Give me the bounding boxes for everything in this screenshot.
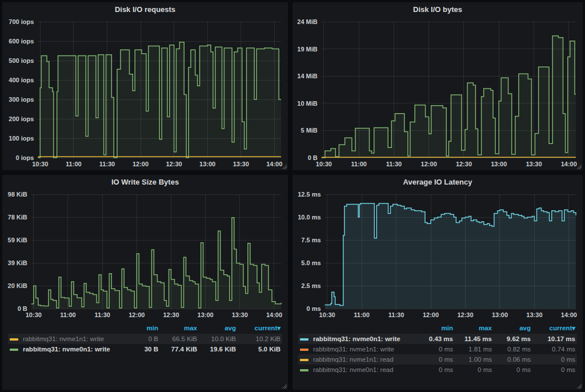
legend-value: 0.06 ms [494,354,532,365]
disk-io-bytes-chart[interactable]: 0 B5 MiB10 MiB14 MiB19 MiB24 MiB10:3011:… [292,17,583,170]
svg-text:11:00: 11:00 [351,161,367,167]
svg-text:10:30: 10:30 [26,311,42,318]
svg-text:13:00: 13:00 [198,311,214,318]
svg-text:13:00: 13:00 [491,161,507,167]
legend-value: 0 ms [416,354,455,365]
svg-text:59 KiB: 59 KiB [8,237,27,243]
legend-value: 66.5 KiB [160,334,199,344]
legend-row: rabbitmq31: nvme1n1: read0 ms1.00 ms0.06… [298,354,577,365]
legend-table: minmaxavgcurrent▾rabbitmq31: nvme1n1: wr… [8,322,282,354]
series-label[interactable]: rabbitmq31: nvme1n1: read [313,356,394,363]
legend-value: 11.45 ms [455,334,494,344]
series-label[interactable]: rabbitmq31: nvme1n1: write [23,335,104,342]
series-label[interactable]: rabbitmq31: nvme0n1: read [313,366,394,373]
svg-text:11:00: 11:00 [60,311,76,318]
svg-text:12:30: 12:30 [456,161,472,167]
panel-disk-io-requests: Disk I/O requests 0 iops100 iops200 iops… [2,2,288,170]
legend-row: rabbitmq31: nvme0n1: write30 B77.4 KiB19… [8,344,282,354]
average-io-latency-svg: 0 ms2.5 ms5.0 ms7.5 ms10.0 ms12.5 ms10:3… [292,190,583,321]
panel-disk-io-bytes: Disk I/O bytes 0 B5 MiB10 MiB14 MiB19 Mi… [292,2,583,170]
legend-header-max[interactable]: max [160,322,199,334]
svg-text:5 MiB: 5 MiB [300,127,317,134]
legend-header-max[interactable]: max [455,322,494,334]
svg-text:700 iops: 700 iops [9,18,34,25]
legend-value: 10.2 KiB [238,334,282,344]
legend-header-current[interactable]: current▾ [532,322,577,334]
svg-text:14:00: 14:00 [266,311,282,318]
panel-title-disk-io-bytes[interactable]: Disk I/O bytes [292,2,583,17]
average-io-latency-legend: minmaxavgcurrent▾rabbitmq31: nvme0n1: wr… [292,321,583,390]
disk-io-requests-svg: 0 iops100 iops200 iops300 iops400 iops50… [2,17,288,170]
svg-text:12:30: 12:30 [457,311,473,318]
legend-value: 9.62 ms [494,334,532,344]
legend-value: 77.4 KiB [160,344,199,354]
svg-text:20 KiB: 20 KiB [8,282,27,289]
legend-row: rabbitmq31: nvme1n1: write0 B66.5 KiB10.… [8,334,282,344]
disk-io-requests-chart[interactable]: 0 iops100 iops200 iops300 iops400 iops50… [2,17,288,170]
legend-header-series [8,322,121,334]
svg-text:14:00: 14:00 [266,161,282,167]
series-label[interactable]: rabbitmq31: nvme0n1: write [313,335,400,342]
series-color-icon[interactable] [300,349,308,351]
svg-text:12:00: 12:00 [133,161,149,167]
series-color-icon[interactable] [300,369,308,371]
legend-value: 0 ms [416,344,455,354]
legend-header-current[interactable]: current▾ [238,322,282,334]
svg-text:13:00: 13:00 [492,311,508,318]
panel-average-io-latency: Average IO Latency 0 ms2.5 ms5.0 ms7.5 m… [292,175,583,390]
series-color-icon[interactable] [300,359,308,361]
panel-title-io-write-size-bytes[interactable]: IO Write Size Bytes [2,175,288,190]
legend-header-series [298,322,416,334]
svg-text:10:30: 10:30 [32,161,48,167]
svg-text:12:00: 12:00 [129,311,145,318]
io-write-size-bytes-chart[interactable]: 0 B20 KiB39 KiB59 KiB78 KiB98 KiB10:3011… [2,190,288,321]
svg-text:39 KiB: 39 KiB [8,259,27,266]
dashboard: Disk I/O requests 0 iops100 iops200 iops… [0,0,585,392]
legend-header-min[interactable]: min [416,322,455,334]
svg-text:12.5 ms: 12.5 ms [298,191,320,198]
svg-text:100 iops: 100 iops [9,135,34,142]
average-io-latency-chart[interactable]: 0 ms2.5 ms5.0 ms7.5 ms10.0 ms12.5 ms10:3… [292,190,583,321]
series-color-icon[interactable] [10,338,18,341]
svg-text:13:00: 13:00 [199,161,215,167]
svg-text:2.5 ms: 2.5 ms [301,282,320,289]
legend-value: 1.81 ms [455,344,494,354]
legend-value: 0 ms [532,365,577,375]
legend-value: 0.43 ms [416,334,455,344]
svg-text:24 MiB: 24 MiB [297,18,318,25]
resize-handle-icon[interactable] [576,383,582,389]
panel-title-disk-io-requests[interactable]: Disk I/O requests [2,2,288,17]
svg-text:7.5 ms: 7.5 ms [301,237,320,243]
series-color-icon[interactable] [10,349,18,351]
svg-text:98 KiB: 98 KiB [8,191,27,198]
legend-header-avg[interactable]: avg [199,322,238,334]
series-label[interactable]: rabbitmq31: nvme1n1: write [313,346,394,353]
resize-handle-icon[interactable] [282,383,287,389]
legend-table: minmaxavgcurrent▾rabbitmq31: nvme0n1: wr… [298,322,577,375]
svg-text:12:00: 12:00 [423,311,439,318]
svg-text:12:30: 12:30 [163,311,179,318]
legend-row: rabbitmq31: nvme0n1: read0 ms0 ms0 ms0 m… [298,365,577,375]
svg-text:13:30: 13:30 [233,161,249,167]
panel-title-average-io-latency[interactable]: Average IO Latency [292,175,583,190]
series-label[interactable]: rabbitmq31: nvme0n1: write [23,346,110,353]
svg-text:78 KiB: 78 KiB [8,214,27,221]
legend-header-avg[interactable]: avg [494,322,532,334]
svg-text:12:30: 12:30 [166,161,182,167]
svg-text:11:30: 11:30 [388,311,404,318]
legend-value: 0.74 ms [532,344,577,354]
svg-text:10:30: 10:30 [319,311,335,318]
legend-value: 19.6 KiB [199,344,238,354]
series-color-icon[interactable] [300,338,308,341]
resize-handle-icon[interactable] [576,164,582,169]
resize-handle-icon[interactable] [282,164,287,169]
legend-value: 5.0 KiB [238,344,282,354]
io-write-size-bytes-legend: minmaxavgcurrent▾rabbitmq31: nvme1n1: wr… [2,321,288,390]
legend-value: 0.82 ms [494,344,532,354]
svg-text:11:30: 11:30 [99,161,115,167]
svg-text:300 iops: 300 iops [9,96,34,103]
svg-text:600 iops: 600 iops [9,38,34,45]
svg-text:500 iops: 500 iops [9,57,34,64]
legend-value: 10.17 ms [532,334,577,344]
legend-header-min[interactable]: min [121,322,160,334]
